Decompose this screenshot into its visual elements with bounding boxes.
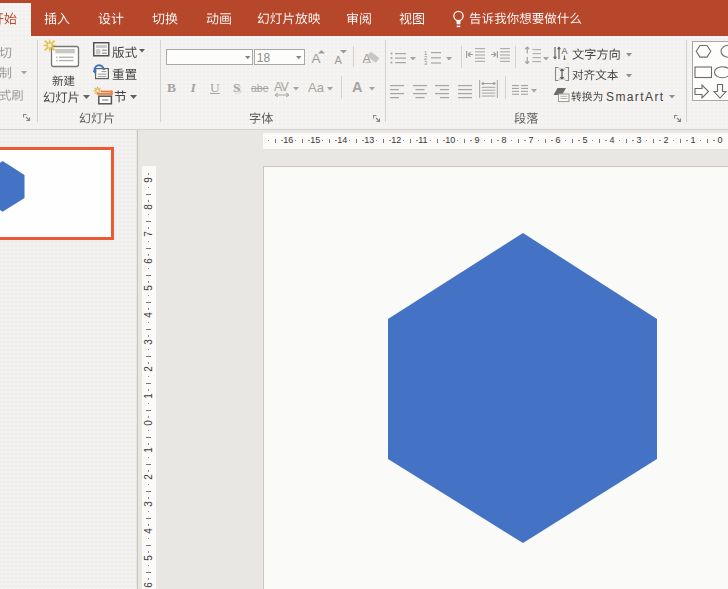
svg-text:3: 3 — [424, 60, 427, 66]
svg-text:A: A — [562, 46, 568, 56]
